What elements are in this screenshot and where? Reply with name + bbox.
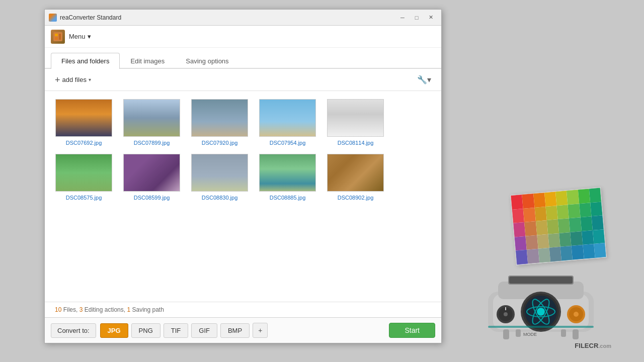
palette-cell (567, 190, 579, 204)
files-label: Files, (63, 306, 79, 313)
tab-files[interactable]: Files and folders (51, 53, 120, 69)
settings-button[interactable]: 🔧▾ (413, 73, 435, 86)
add-files-button[interactable]: + add files ▾ (51, 73, 95, 86)
tab-edit[interactable]: Edit images (120, 53, 175, 69)
svg-rect-9 (509, 277, 573, 284)
svg-point-24 (574, 312, 579, 317)
file-grid: DSC07692.jpg DSC07899.jpg DSC07920.jpg D… (45, 91, 441, 302)
menu-arrow: ▾ (88, 33, 91, 40)
palette-cell (544, 192, 557, 206)
svg-rect-1 (55, 34, 58, 36)
svg-rect-29 (488, 326, 594, 328)
palette-cell (538, 248, 550, 262)
file-thumbnail (259, 99, 316, 137)
palette-cell (537, 234, 549, 249)
list-item[interactable]: DSC07692.jpg (55, 99, 113, 146)
app-window: reaConverter Standard ─ □ ✕ Menu ▾ (44, 9, 442, 343)
more-formats-button[interactable]: + (253, 323, 268, 338)
tab-save[interactable]: Saving options (175, 53, 239, 69)
list-item[interactable]: DSC07954.jpg (259, 99, 316, 146)
palette-cell (594, 243, 606, 257)
svg-point-15 (529, 297, 552, 326)
status-bar: 10 Files, 3 Editing actions, 1 Saving pa… (45, 302, 441, 317)
close-button[interactable]: ✕ (424, 13, 437, 23)
app-illustration: MODE FILECR.com (473, 191, 614, 352)
svg-point-11 (523, 294, 559, 330)
list-item[interactable]: DSC07899.jpg (123, 99, 181, 146)
palette-cell (560, 246, 573, 260)
format-gif-button[interactable]: GIF (191, 323, 217, 338)
palette-cell (545, 206, 558, 220)
paths-label: Saving path (132, 306, 164, 313)
desktop: reaConverter Standard ─ □ ✕ Menu ▾ (0, 0, 644, 362)
svg-rect-6 (493, 294, 589, 329)
svg-point-22 (567, 305, 585, 323)
list-item[interactable]: DSC08885.jpg (259, 154, 316, 201)
list-item[interactable]: DSC08599.jpg (123, 154, 181, 201)
convert-bar: Convert to: JPG PNG TIF GIF BMP + Start (45, 317, 441, 343)
settings-icon: 🔧▾ (417, 75, 431, 84)
svg-rect-27 (516, 329, 521, 337)
format-bmp-button[interactable]: BMP (220, 323, 250, 338)
list-item[interactable]: DSC07920.jpg (191, 99, 249, 146)
window-title: reaConverter Standard (60, 14, 396, 21)
palette-cell (548, 233, 560, 248)
menu-bar: Menu ▾ (45, 26, 441, 48)
palette-cell (527, 249, 539, 263)
palette-cell (526, 235, 538, 250)
format-png-button[interactable]: PNG (131, 323, 160, 338)
palette-grid (511, 188, 606, 265)
list-item[interactable]: DSC08575.jpg (55, 154, 113, 201)
palette-cell (533, 193, 546, 207)
file-name: DSC08885.jpg (270, 195, 306, 201)
format-jpg-button[interactable]: JPG (100, 323, 128, 338)
file-name: DSC07899.jpg (134, 140, 170, 146)
window-controls: ─ □ ✕ (396, 13, 437, 23)
app-logo-icon (51, 30, 65, 44)
maximize-button[interactable]: □ (410, 13, 423, 23)
file-name: DSC08830.jpg (202, 195, 238, 201)
file-thumbnail (191, 99, 248, 137)
palette-cell (512, 209, 525, 223)
add-files-label: add files (62, 76, 87, 83)
palette-cell (589, 188, 601, 203)
palette-cell (582, 230, 594, 245)
file-name: DSC08114.jpg (338, 140, 374, 146)
svg-rect-26 (573, 329, 579, 339)
palette-cell (593, 229, 605, 244)
svg-point-4 (480, 294, 601, 349)
palette-cell (549, 247, 561, 261)
convert-to-label: Convert to: (51, 323, 96, 338)
palette-cell (524, 221, 537, 236)
format-tif-button[interactable]: TIF (164, 323, 189, 338)
file-thumbnail (55, 154, 112, 192)
list-item[interactable]: DSC08114.jpg (327, 99, 384, 146)
palette-cell (570, 231, 583, 246)
filecr-watermark: FILECR.com (575, 342, 611, 349)
svg-point-20 (504, 312, 508, 316)
svg-point-18 (497, 305, 515, 323)
file-thumbnail (327, 99, 384, 137)
file-thumbnail (191, 154, 248, 192)
file-thumbnail (327, 154, 384, 192)
start-button[interactable]: Start (389, 323, 435, 338)
palette-cell (513, 222, 526, 237)
svg-rect-0 (53, 32, 62, 41)
paths-count: 1 (127, 306, 130, 313)
palette-cell (579, 203, 592, 217)
palette-cell (569, 217, 582, 232)
list-item[interactable]: DSC08830.jpg (191, 154, 249, 201)
svg-text:MODE: MODE (523, 332, 537, 337)
actions-count: 3 (79, 306, 83, 313)
palette-cell (555, 191, 568, 205)
svg-point-13 (537, 308, 545, 316)
palette-cell (523, 208, 536, 222)
minimize-button[interactable]: ─ (396, 13, 409, 23)
palette-cell (558, 218, 571, 233)
menu-label: Menu (69, 33, 86, 40)
list-item[interactable]: DSC08902.jpg (327, 154, 384, 201)
menu-button[interactable]: Menu ▾ (65, 31, 95, 42)
file-row-1: DSC07692.jpg DSC07899.jpg DSC07920.jpg D… (55, 99, 431, 146)
file-name: DSC07692.jpg (66, 140, 102, 146)
add-files-plus-icon: + (55, 75, 60, 84)
